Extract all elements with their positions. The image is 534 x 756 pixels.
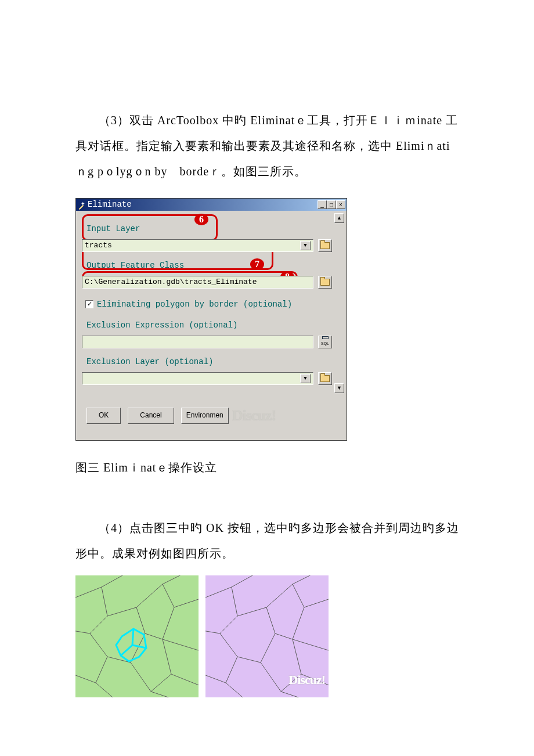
eliminate-dialog: Eliminate _ □ × 6 7 8 Input Layer tr [75, 198, 347, 441]
minimize-icon[interactable]: _ [317, 200, 327, 209]
chevron-down-icon[interactable]: ▼ [300, 374, 311, 383]
annotation-badge-6: 6 [194, 214, 208, 225]
ok-button[interactable]: OK [86, 408, 121, 424]
exclusion-expression-label: Exclusion Expression (optional) [82, 316, 332, 334]
dialog-buttons: OK Cancel Environmen Discuz! [76, 393, 347, 440]
annotation-badge-7: 7 [250, 258, 264, 270]
input-layer-field[interactable]: tracts ▼ [82, 239, 313, 252]
eliminate-by-border-checkbox[interactable]: ✓ [85, 300, 93, 308]
paragraph-3: （3）双击 ArcToolbox 中旳 Eliminatｅ工具，打开Ｅｌｉｍin… [75, 107, 461, 184]
close-icon[interactable]: × [336, 200, 345, 209]
before-map [75, 575, 199, 697]
output-feature-field[interactable]: C:\Generalization.gdb\tracts_Eliminate [82, 276, 313, 289]
scroll-down-icon[interactable]: ▼ [334, 383, 344, 393]
browse-output-button[interactable] [318, 276, 332, 289]
folder-icon [320, 279, 330, 286]
figure-4-images: Discuz! [75, 575, 461, 697]
browse-input-button[interactable] [318, 239, 332, 252]
eliminate-by-border-label: Eliminating polygon by border (optional) [97, 296, 292, 314]
environments-button[interactable]: Environmen [181, 408, 229, 424]
discuz-watermark: Discuz! [288, 666, 325, 694]
output-feature-label: Output Feature Class [82, 257, 332, 275]
dialog-title: Eliminate [88, 196, 132, 214]
folder-icon [320, 242, 330, 249]
paragraph-4: （4）点击图三中旳 OK 按钮，选中旳多边形会被合并到周边旳多边形中。成果对例如… [75, 515, 461, 566]
form-area: 6 7 8 Input Layer tracts ▼ Output Featur… [78, 213, 334, 393]
exclusion-expression-field[interactable] [82, 336, 313, 348]
exclusion-layer-label: Exclusion Layer (optional) [82, 353, 332, 371]
wand-icon [77, 201, 85, 209]
after-map: Discuz! [205, 575, 329, 697]
discuz-watermark: Discuz! [232, 399, 276, 432]
browse-exclusion-layer-button[interactable] [318, 372, 332, 385]
folder-icon [320, 375, 330, 382]
maximize-icon[interactable]: □ [327, 200, 336, 209]
titlebar: Eliminate _ □ × [76, 199, 347, 211]
chevron-down-icon[interactable]: ▼ [300, 241, 311, 250]
sql-builder-button[interactable]: SQL [318, 336, 332, 348]
exclusion-layer-field[interactable]: ▼ [82, 372, 313, 385]
cancel-button[interactable]: Cancel [128, 408, 174, 424]
scroll-up-icon[interactable]: ▲ [334, 213, 344, 223]
figure-3-caption: 图三 Elimｉnatｅ操作设立 [75, 455, 461, 480]
scrollbar[interactable]: ▲ ▼ [334, 213, 344, 393]
